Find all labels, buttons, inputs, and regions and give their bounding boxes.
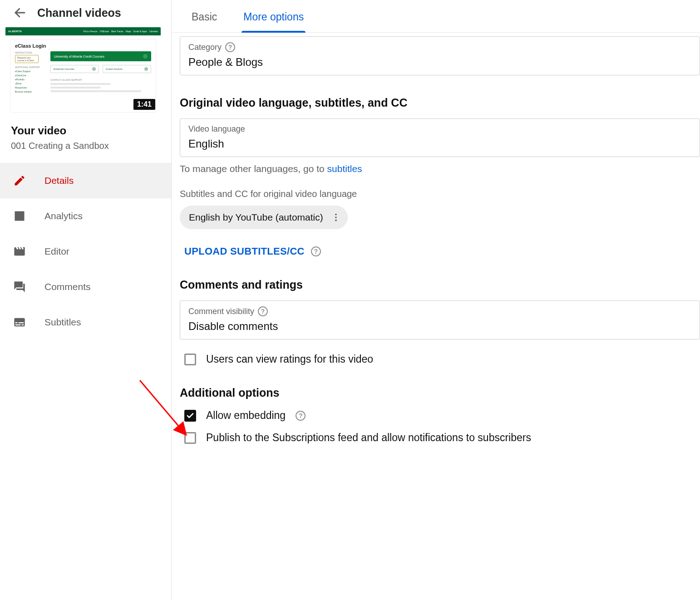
sidebar-item-label: Editor xyxy=(44,246,69,257)
sidebar-item-label: Subtitles xyxy=(44,317,81,328)
sidebar: Channel videos ALBERTA Find a Person ONE… xyxy=(0,0,172,600)
comment-visibility-field[interactable]: Comment visibility ? Disable comments xyxy=(180,300,700,339)
language-hint: To manage other languages, go to subtitl… xyxy=(180,163,700,174)
comment-visibility-value: Disable comments xyxy=(188,320,691,333)
subtitles-link[interactable]: subtitles xyxy=(327,163,362,174)
page-title: Channel videos xyxy=(37,6,121,20)
subtitles-icon xyxy=(13,315,26,329)
tab-more-options[interactable]: More options xyxy=(242,6,306,32)
embedding-checkbox-label: Allow embedding xyxy=(206,409,286,422)
svg-point-3 xyxy=(335,220,337,221)
sidebar-item-analytics[interactable]: Analytics xyxy=(0,198,171,234)
video-language-field[interactable]: Video language English xyxy=(180,118,700,157)
thumb-highlight: Request your course in eClass xyxy=(15,55,39,63)
subtitle-chip-label: English by YouTube (automatic) xyxy=(189,212,323,223)
category-value: People & Blogs xyxy=(188,56,691,69)
embedding-checkbox[interactable] xyxy=(184,410,196,422)
language-section-heading: Original video language, subtitles, and … xyxy=(180,96,700,109)
duration-badge: 1:41 xyxy=(133,99,155,110)
help-icon[interactable]: ? xyxy=(225,42,235,52)
sidebar-item-label: Comments xyxy=(44,281,91,292)
tab-basic[interactable]: Basic xyxy=(190,6,219,32)
svg-point-2 xyxy=(335,216,337,218)
thumb-panel-title: eClass Login xyxy=(15,43,151,49)
video-language-label: Video language xyxy=(188,124,245,134)
ratings-checkbox-label: Users can view ratings for this video xyxy=(206,353,373,365)
your-video-heading: Your video xyxy=(11,124,160,137)
sidebar-item-editor[interactable]: Editor xyxy=(0,234,171,269)
upload-subtitles-button[interactable]: UPLOAD SUBTITLES/CC xyxy=(180,246,305,257)
publish-feed-checkbox[interactable] xyxy=(184,432,196,444)
arrow-left-icon xyxy=(13,6,27,20)
back-button[interactable] xyxy=(12,5,28,21)
comments-icon xyxy=(13,280,26,294)
comments-section-heading: Comments and ratings xyxy=(180,278,700,291)
editor-icon xyxy=(13,245,26,258)
main-panel: Basic More options Category ? People & B… xyxy=(172,0,700,600)
video-language-value: English xyxy=(188,138,691,150)
video-thumbnail[interactable]: ALBERTA Find a Person ONEcard Bear Track… xyxy=(5,27,161,114)
comment-visibility-label: Comment visibility xyxy=(188,307,254,316)
analytics-icon xyxy=(13,209,26,223)
sidebar-item-label: Details xyxy=(44,175,74,186)
additional-section-heading: Additional options xyxy=(180,386,700,399)
sidebar-item-label: Analytics xyxy=(44,211,83,221)
svg-point-1 xyxy=(335,214,337,216)
sidebar-item-subtitles[interactable]: Subtitles xyxy=(0,305,171,340)
sidebar-item-details[interactable]: Details xyxy=(0,163,171,198)
category-field[interactable]: Category ? People & Blogs xyxy=(180,36,700,75)
thumb-logo: ALBERTA xyxy=(8,30,22,33)
more-vert-icon[interactable] xyxy=(330,211,342,224)
help-icon[interactable]: ? xyxy=(296,411,306,421)
help-icon[interactable]: ? xyxy=(311,246,321,256)
publish-feed-checkbox-label: Publish to the Subscriptions feed and al… xyxy=(206,432,531,444)
pencil-icon xyxy=(13,174,26,187)
ratings-checkbox[interactable] xyxy=(184,354,196,365)
sidebar-item-comments[interactable]: Comments xyxy=(0,269,171,305)
subtitles-sublabel: Subtitles and CC for original video lang… xyxy=(180,189,700,199)
subtitle-chip[interactable]: English by YouTube (automatic) xyxy=(180,206,348,229)
video-title: 001 Creating a Sandbox xyxy=(11,141,160,151)
help-icon[interactable]: ? xyxy=(258,306,268,316)
category-label: Category xyxy=(188,43,222,52)
